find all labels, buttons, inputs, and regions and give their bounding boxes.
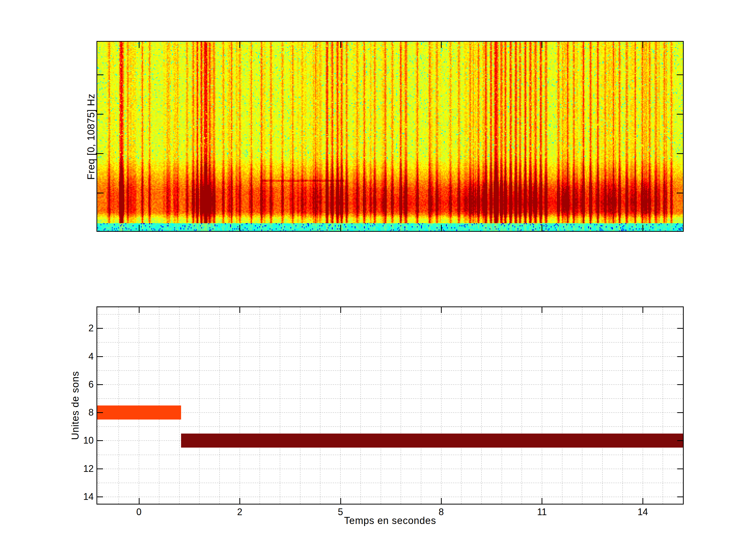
y-tick-label: 4 (70, 352, 94, 361)
units-chart-canvas (97, 307, 683, 504)
time-axis-label: Temps en secondes (344, 515, 436, 526)
x-tick-label: 8 (439, 507, 444, 517)
y-tick-label: 8 (70, 408, 94, 417)
spectrogram-canvas (97, 42, 683, 231)
y-tick-label: 12 (70, 464, 94, 473)
x-tick-label: 14 (638, 507, 648, 517)
y-tick-label: 2 (70, 324, 94, 333)
freq-axis-label: Freq [0, 10875] Hz (85, 94, 97, 180)
x-tick-label: 5 (338, 507, 343, 517)
units-plot (97, 306, 684, 505)
x-tick-label: 0 (136, 507, 141, 517)
y-tick-label: 14 (70, 492, 94, 501)
spectrogram-plot (97, 41, 684, 232)
x-tick-label: 11 (537, 507, 547, 517)
y-tick-label: 10 (70, 436, 94, 445)
x-tick-label: 2 (237, 507, 242, 517)
matlab-figure-window: { "figure": { "background": "#FFFFFF" },… (0, 0, 747, 560)
y-tick-label: 6 (70, 380, 94, 389)
figure-canvas: Freq [0, 10875] Hz Unites de sons Temps … (0, 0, 747, 560)
